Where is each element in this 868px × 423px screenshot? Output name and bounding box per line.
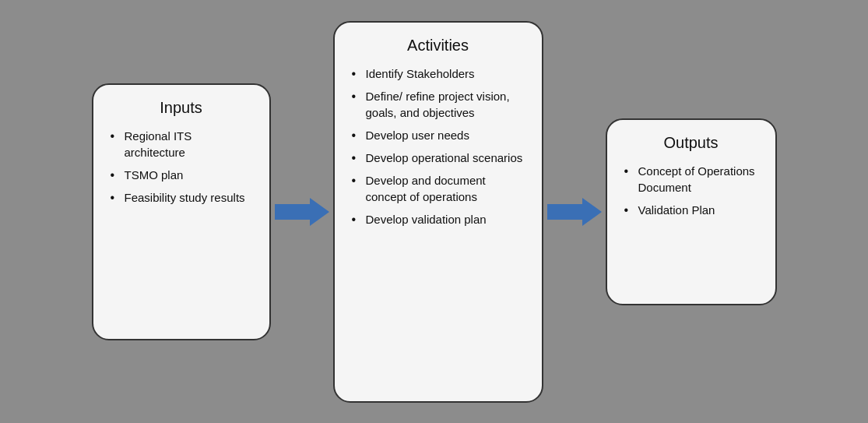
list-item: Regional ITS architecture bbox=[111, 128, 252, 160]
arrow-2 bbox=[543, 196, 606, 227]
activities-title: Activities bbox=[352, 37, 525, 55]
outputs-title: Outputs bbox=[624, 134, 758, 152]
outputs-list: Concept of Operations DocumentValidation… bbox=[624, 163, 758, 224]
inputs-list: Regional ITS architectureTSMO planFeasib… bbox=[111, 128, 252, 212]
activities-box: Activities Identify StakeholdersDefine/ … bbox=[333, 21, 543, 403]
inputs-title: Inputs bbox=[111, 99, 252, 117]
arrow-1 bbox=[271, 196, 333, 227]
svg-marker-1 bbox=[547, 198, 602, 226]
list-item: Concept of Operations Document bbox=[624, 163, 758, 196]
list-item: Develop user needs bbox=[352, 127, 525, 143]
list-item: Identify Stakeholders bbox=[352, 65, 525, 82]
list-item: TSMO plan bbox=[111, 167, 252, 183]
list-item: Validation Plan bbox=[624, 202, 758, 218]
activities-list: Identify StakeholdersDefine/ refine proj… bbox=[352, 65, 525, 234]
inputs-box: Inputs Regional ITS architectureTSMO pla… bbox=[92, 83, 271, 340]
svg-marker-0 bbox=[275, 198, 329, 226]
diagram-container: Inputs Regional ITS architectureTSMO pla… bbox=[14, 21, 855, 403]
list-item: Develop and document concept of operatio… bbox=[352, 172, 525, 205]
list-item: Develop validation plan bbox=[352, 211, 525, 227]
list-item: Develop operational scenarios bbox=[352, 150, 525, 166]
outputs-box: Outputs Concept of Operations DocumentVa… bbox=[606, 118, 777, 305]
list-item: Define/ refine project vision, goals, an… bbox=[352, 88, 525, 121]
list-item: Feasibility study results bbox=[111, 189, 252, 206]
